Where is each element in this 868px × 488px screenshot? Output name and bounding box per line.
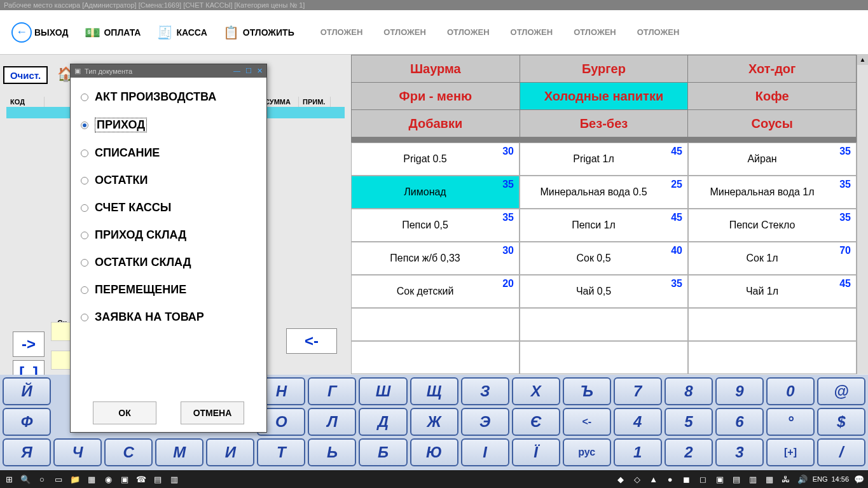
- cortana-icon[interactable]: ○: [36, 473, 48, 485]
- doc-type-option-6[interactable]: ОСТАТКИ СКЛАД: [81, 256, 256, 269]
- key-2-15[interactable]: [+]: [766, 438, 815, 466]
- delayed-6[interactable]: ОТЛОЖЕН: [637, 27, 680, 37]
- product-4[interactable]: Минеральная вода 0.525: [520, 176, 688, 209]
- close-icon[interactable]: ✕: [257, 67, 263, 75]
- doc-type-option-3[interactable]: ОСТАТКИ: [81, 174, 256, 187]
- key-1-8[interactable]: Ж: [410, 408, 458, 436]
- product-0[interactable]: Prigat 0.530: [351, 143, 520, 176]
- clock[interactable]: 14:56: [831, 475, 849, 483]
- key-0-16[interactable]: @: [817, 377, 865, 405]
- tray-icon-9[interactable]: ▥: [747, 473, 759, 485]
- chrome-icon[interactable]: ◉: [102, 473, 114, 485]
- doc-type-option-2[interactable]: СПИСАНИЕ: [81, 146, 256, 160]
- category-7[interactable]: Без-без: [520, 110, 688, 137]
- key-2-7[interactable]: Б: [359, 438, 407, 466]
- key-1-13[interactable]: 5: [665, 408, 713, 436]
- doc-type-option-8[interactable]: ЗАЯВКА НА ТОВАР: [81, 310, 256, 324]
- app-icon-4[interactable]: ▥: [168, 473, 181, 485]
- key-1-12[interactable]: 4: [614, 408, 662, 436]
- category-4[interactable]: Холодные напитки: [520, 83, 688, 109]
- ok-button[interactable]: ОК: [93, 401, 156, 424]
- exit-button[interactable]: ← ВЫХОД: [6, 18, 73, 46]
- key-1-7[interactable]: Д: [359, 408, 407, 436]
- key-0-0[interactable]: Й: [3, 377, 51, 405]
- key-0-7[interactable]: Ш: [359, 377, 407, 405]
- category-6[interactable]: Добавки: [352, 110, 520, 137]
- key-2-8[interactable]: Ю: [410, 438, 458, 466]
- cancel-button[interactable]: ОТМЕНА: [181, 401, 244, 424]
- key-1-6[interactable]: Л: [308, 408, 356, 436]
- start-icon[interactable]: ⊞: [3, 473, 15, 485]
- product-1[interactable]: Prigat 1л45: [520, 143, 688, 176]
- windows-taskbar[interactable]: ⊞ 🔍 ○ ▭ 📁 ▦ ◉ ▣ ☎ ▤ ▥ ◆ ◇ ▲ ● ◼ ◻ ▣ ▤ ▥ …: [0, 470, 868, 488]
- delayed-5[interactable]: ОТЛОЖЕН: [574, 27, 616, 37]
- doc-type-option-1[interactable]: ПРИХОД: [81, 118, 256, 132]
- key-0-10[interactable]: Х: [512, 377, 560, 405]
- key-2-13[interactable]: 2: [665, 438, 713, 466]
- language-indicator[interactable]: ENG: [813, 475, 828, 483]
- app-icon-1[interactable]: ▦: [85, 473, 98, 485]
- key-0-11[interactable]: Ъ: [563, 377, 611, 405]
- key-0-15[interactable]: 0: [766, 377, 815, 405]
- notifications-icon[interactable]: 💬: [853, 473, 865, 485]
- key-0-12[interactable]: 7: [614, 377, 662, 405]
- product-empty[interactable]: [520, 308, 688, 341]
- product-13[interactable]: Чай 0,535: [520, 275, 688, 308]
- product-empty[interactable]: [688, 308, 857, 341]
- network-icon[interactable]: 🖧: [780, 473, 792, 485]
- doc-type-option-4[interactable]: СЧЕТ КАССЫ: [81, 201, 256, 214]
- product-3[interactable]: Лимонад35: [351, 176, 520, 209]
- cash-button[interactable]: 🧾 КАССА: [151, 20, 212, 45]
- key-1-11[interactable]: <-: [563, 408, 611, 436]
- category-1[interactable]: Бургер: [520, 55, 688, 82]
- key-2-14[interactable]: 3: [715, 438, 764, 466]
- tray-icon-6[interactable]: ◻: [697, 473, 710, 485]
- product-empty[interactable]: [520, 341, 688, 374]
- app-icon-3[interactable]: ▤: [151, 473, 164, 485]
- product-8[interactable]: Пепси Стекло35: [688, 209, 857, 242]
- key-1-0[interactable]: Ф: [3, 408, 51, 436]
- key-2-16[interactable]: /: [817, 438, 865, 466]
- defer-button[interactable]: 📋 ОТЛОЖИТЬ: [217, 20, 300, 45]
- scrollbar[interactable]: ▲: [857, 55, 868, 374]
- delayed-4[interactable]: ОТЛОЖЕН: [511, 27, 553, 37]
- key-1-10[interactable]: Є: [512, 408, 560, 436]
- product-9[interactable]: Пепси ж/б 0,3330: [351, 242, 520, 275]
- app-icon-2[interactable]: ▣: [118, 473, 131, 485]
- dialog-titlebar[interactable]: ▣ Тип документа — ☐ ✕: [71, 64, 266, 78]
- product-5[interactable]: Минеральная вода 1л35: [688, 176, 857, 209]
- key-0-14[interactable]: 9: [715, 377, 764, 405]
- explorer-icon[interactable]: 📁: [69, 473, 81, 485]
- key-1-15[interactable]: °: [766, 408, 815, 436]
- delayed-1[interactable]: ОТЛОЖЕН: [320, 27, 363, 37]
- product-2[interactable]: Айран35: [688, 143, 857, 176]
- taskview-icon[interactable]: ▭: [52, 473, 65, 485]
- product-7[interactable]: Пепси 1л45: [520, 209, 688, 242]
- product-11[interactable]: Сок 1л70: [688, 242, 857, 275]
- delayed-3[interactable]: ОТЛОЖЕН: [447, 27, 490, 37]
- tray-icon-7[interactable]: ▣: [713, 473, 726, 485]
- search-icon[interactable]: 🔍: [19, 473, 32, 485]
- arrow-right-button[interactable]: ->: [13, 331, 45, 357]
- key-2-6[interactable]: Ь: [308, 438, 356, 466]
- tray-icon-10[interactable]: ▦: [763, 473, 776, 485]
- key-2-12[interactable]: 1: [614, 438, 662, 466]
- key-2-5[interactable]: Т: [257, 438, 305, 466]
- key-1-14[interactable]: 6: [715, 408, 764, 436]
- product-10[interactable]: Сок 0,540: [520, 242, 688, 275]
- category-0[interactable]: Шаурма: [352, 55, 520, 82]
- delayed-2[interactable]: ОТЛОЖЕН: [383, 27, 426, 37]
- tray-icon-8[interactable]: ▤: [730, 473, 743, 485]
- sound-icon[interactable]: 🔊: [796, 473, 809, 485]
- doc-type-option-5[interactable]: ПРИХОД СКЛАД: [81, 228, 256, 242]
- key-2-1[interactable]: Ч: [53, 438, 102, 466]
- product-14[interactable]: Чай 1л45: [688, 275, 857, 308]
- key-0-8[interactable]: Щ: [410, 377, 458, 405]
- tray-icon-1[interactable]: ◆: [614, 473, 627, 485]
- key-2-9[interactable]: І: [461, 438, 509, 466]
- category-3[interactable]: Фри - меню: [352, 83, 520, 109]
- maximize-icon[interactable]: ☐: [245, 67, 252, 75]
- product-empty[interactable]: [351, 341, 520, 374]
- clear-button[interactable]: Очист.: [3, 66, 48, 84]
- category-5[interactable]: Кофе: [688, 83, 856, 109]
